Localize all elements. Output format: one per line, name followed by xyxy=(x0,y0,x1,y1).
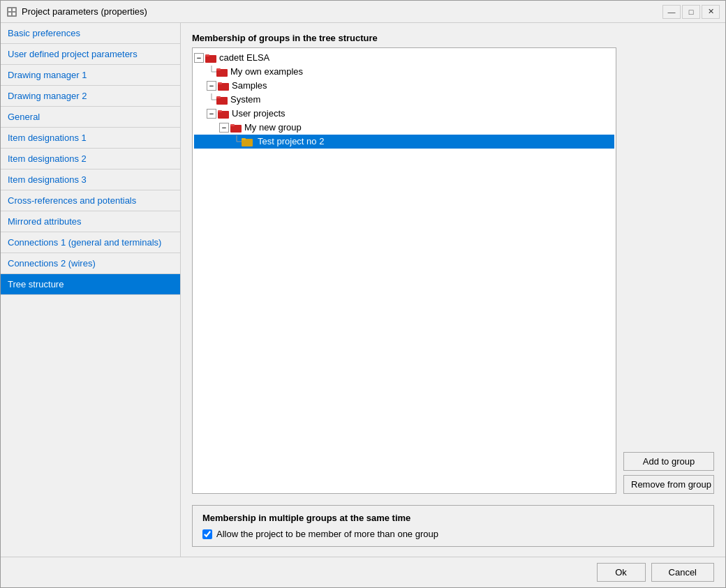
tree-node-my-new-group[interactable]: − My new group xyxy=(194,121,614,135)
title-bar: Project parameters (properties) — □ ✕ xyxy=(1,1,725,23)
sidebar: Basic preferencesUser defined project pa… xyxy=(1,23,181,557)
node-label-system: System xyxy=(230,93,260,106)
main-window: Project parameters (properties) — □ ✕ Ba… xyxy=(0,0,726,588)
multi-group-checkbox[interactable] xyxy=(202,529,212,539)
svg-rect-26 xyxy=(230,124,235,126)
minimize-button[interactable]: — xyxy=(662,5,681,19)
svg-rect-31 xyxy=(242,138,246,140)
tree-wrapper: − cadett ELSA My own examples− Samples xyxy=(192,47,616,494)
expand-icon-samples[interactable]: − xyxy=(207,81,216,91)
content-area: Basic preferencesUser defined project pa… xyxy=(1,23,725,557)
bottom-section: Membership in multiple groups at the sam… xyxy=(192,505,714,547)
svg-rect-1 xyxy=(8,8,11,11)
svg-rect-15 xyxy=(218,82,222,84)
sidebar-item-basic-preferences[interactable]: Basic preferences xyxy=(1,23,180,44)
tree-section-title: Membership of groups in the tree structu… xyxy=(192,33,714,43)
footer: Ok Cancel xyxy=(1,557,725,587)
sidebar-item-user-defined[interactable]: User defined project parameters xyxy=(1,44,180,65)
button-group: Add to group Remove from group xyxy=(623,47,714,494)
svg-rect-3 xyxy=(8,13,11,15)
checkbox-label: Allow the project to be member of more t… xyxy=(216,529,438,539)
close-button[interactable]: ✕ xyxy=(702,5,720,19)
sidebar-item-tree-structure[interactable]: Tree structure xyxy=(1,274,180,295)
window-title: Project parameters (properties) xyxy=(22,6,147,17)
tree-container[interactable]: − cadett ELSA My own examples− Samples xyxy=(192,47,616,494)
indent-spacer xyxy=(207,135,219,148)
indent-spacer xyxy=(194,93,207,106)
expand-icon-my-new-group[interactable]: − xyxy=(219,123,229,133)
window-icon xyxy=(6,6,17,17)
svg-rect-4 xyxy=(13,13,15,15)
indent-spacer xyxy=(194,121,207,134)
tree-connector xyxy=(207,93,216,106)
sidebar-item-item-designations-1[interactable]: Item designations 1 xyxy=(1,128,180,149)
expand-icon-cadett-elsa[interactable]: − xyxy=(194,53,204,63)
checkbox-row: Allow the project to be member of more t… xyxy=(202,529,704,539)
red-folder-icon xyxy=(216,95,228,105)
node-label-user-projects: User projects xyxy=(232,107,286,120)
cancel-button[interactable]: Cancel xyxy=(651,563,714,582)
red-folder-icon xyxy=(218,81,229,91)
maximize-button[interactable]: □ xyxy=(682,5,700,19)
svg-rect-7 xyxy=(205,54,209,56)
sidebar-item-cross-references[interactable]: Cross-references and potentials xyxy=(1,190,180,211)
svg-rect-2 xyxy=(13,8,15,11)
node-label-cadett-elsa: cadett ELSA xyxy=(219,52,269,64)
sidebar-item-item-designations-3[interactable]: Item designations 3 xyxy=(1,169,180,190)
tree-and-buttons: − cadett ELSA My own examples− Samples xyxy=(192,47,714,494)
sidebar-item-general[interactable]: General xyxy=(1,107,180,128)
remove-from-group-button[interactable]: Remove from group xyxy=(623,475,714,494)
tree-connector xyxy=(207,66,216,78)
sidebar-item-connections-1[interactable]: Connections 1 (general and terminals) xyxy=(1,232,180,253)
sidebar-item-drawing-manager-1[interactable]: Drawing manager 1 xyxy=(1,65,180,86)
sidebar-item-drawing-manager-2[interactable]: Drawing manager 2 xyxy=(1,86,180,107)
indent-spacer xyxy=(194,135,207,148)
add-to-group-button[interactable]: Add to group xyxy=(623,452,714,471)
tree-section: Membership of groups in the tree structu… xyxy=(192,33,714,494)
red-folder-icon xyxy=(218,109,229,119)
main-panel: Membership of groups in the tree structu… xyxy=(181,23,725,557)
svg-rect-20 xyxy=(216,96,221,98)
expand-icon-user-projects[interactable]: − xyxy=(207,109,216,119)
sidebar-item-item-designations-2[interactable]: Item designations 2 xyxy=(1,149,180,169)
red-folder-icon xyxy=(205,53,216,63)
indent-spacer xyxy=(207,121,219,134)
red-folder-icon xyxy=(216,67,228,77)
indent-spacer xyxy=(194,66,207,78)
title-bar-left: Project parameters (properties) xyxy=(6,6,147,17)
svg-rect-23 xyxy=(218,110,222,112)
indent-spacer xyxy=(194,107,207,120)
tree-connector xyxy=(232,135,242,148)
tree-node-user-projects[interactable]: − User projects xyxy=(194,107,614,121)
indent-spacer xyxy=(194,80,207,92)
yellow-folder-icon xyxy=(242,137,253,146)
tree-node-test-project-no-2[interactable]: Test project no 2 xyxy=(194,135,614,149)
red-folder-icon xyxy=(230,123,242,133)
tree-node-samples[interactable]: − Samples xyxy=(194,79,614,93)
indent-spacer xyxy=(219,135,232,148)
bottom-section-title: Membership in multiple groups at the sam… xyxy=(202,513,704,523)
tree-node-my-own-examples[interactable]: My own examples xyxy=(194,65,614,79)
sidebar-item-connections-2[interactable]: Connections 2 (wires) xyxy=(1,253,180,274)
ok-button[interactable]: Ok xyxy=(597,563,646,582)
node-label-samples: Samples xyxy=(232,80,267,92)
tree-node-system[interactable]: System xyxy=(194,93,614,107)
title-controls: — □ ✕ xyxy=(662,5,720,19)
svg-rect-12 xyxy=(216,68,221,70)
node-label-my-own-examples: My own examples xyxy=(230,66,303,78)
node-label-test-project-no-2: Test project no 2 xyxy=(255,135,326,148)
node-label-my-new-group: My new group xyxy=(244,121,302,134)
sidebar-item-mirrored-attributes[interactable]: Mirrored attributes xyxy=(1,211,180,232)
tree-node-cadett-elsa[interactable]: − cadett ELSA xyxy=(194,51,614,65)
